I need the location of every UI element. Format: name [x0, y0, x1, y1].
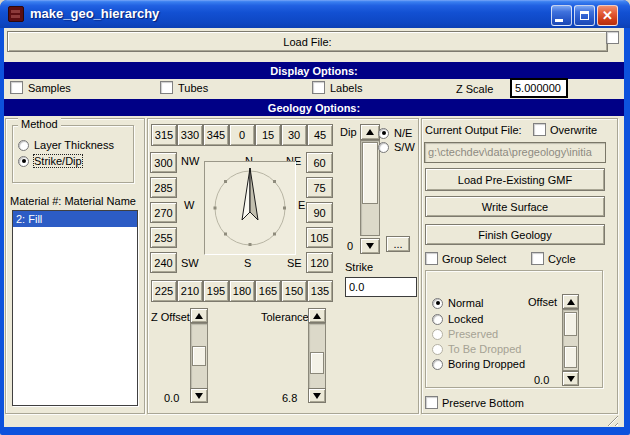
display-options-header: Display Options: — [4, 62, 624, 79]
radio-dot — [18, 140, 29, 151]
tolerance-slider-thumb[interactable] — [310, 352, 324, 374]
offset-up-button[interactable] — [562, 294, 579, 309]
strike-input[interactable] — [345, 277, 417, 297]
load-file-button[interactable]: Load File: — [7, 31, 608, 52]
tolerance-label: Tolerance — [261, 311, 309, 323]
azimuth-button-right-2[interactable]: 75 — [306, 177, 333, 198]
azimuth-button-right-4[interactable]: 105 — [306, 227, 333, 248]
write-surface-button[interactable]: Write Surface — [425, 196, 605, 217]
title-bar[interactable]: make_geo_hierarchy ✕ — [0, 0, 630, 28]
up-arrow-icon — [195, 313, 203, 319]
dip-more-button[interactable]: ... — [386, 236, 410, 252]
mode-preserved-radio: Preserved — [432, 328, 498, 340]
azimuth-button-top-3[interactable]: 345 — [203, 124, 229, 146]
azimuth-button-left-4[interactable]: 255 — [150, 227, 177, 248]
dip-slider-thumb[interactable] — [362, 142, 378, 204]
method-group-title: Method — [18, 118, 61, 130]
azimuth-button-left-1[interactable]: 300 — [150, 152, 177, 173]
dip-down-button[interactable] — [360, 238, 380, 254]
azimuth-button-left-5[interactable]: 240 — [150, 252, 177, 273]
dip-direction-ne-radio[interactable]: N/E — [378, 127, 412, 139]
output-path-field[interactable]: g:\ctechdev\data\pregeology\initia — [424, 142, 606, 163]
samples-checkbox[interactable] — [10, 81, 23, 94]
z-scale-label: Z Scale — [456, 83, 493, 95]
resize-grip[interactable] — [605, 414, 618, 426]
corner-checkbox[interactable] — [606, 31, 619, 44]
tolerance-value: 6.8 — [282, 392, 297, 404]
tolerance-up-button[interactable] — [308, 308, 326, 323]
minimize-icon — [555, 19, 563, 22]
maximize-button[interactable] — [574, 5, 595, 26]
azimuth-button-bottom-5[interactable]: 165 — [255, 280, 281, 302]
azimuth-button-top-7[interactable]: 45 — [307, 124, 333, 146]
azimuth-button-bottom-1[interactable]: 225 — [151, 280, 177, 302]
dip-up-button[interactable] — [360, 124, 380, 140]
offset-slider-thumb-lower[interactable] — [564, 346, 577, 368]
preserve-bottom-checkbox[interactable] — [425, 396, 438, 409]
compass-label-sw: SW — [181, 257, 199, 269]
mode-boring-dropped-radio[interactable]: Boring Dropped — [432, 358, 525, 370]
z-offset-slider-thumb[interactable] — [192, 346, 206, 366]
offset-slider-track[interactable] — [562, 309, 579, 371]
tolerance-down-button[interactable] — [308, 388, 326, 403]
finish-geology-button[interactable]: Finish Geology — [425, 224, 605, 245]
azimuth-button-top-2[interactable]: 330 — [177, 124, 203, 146]
offset-slider-thumb[interactable] — [564, 312, 577, 336]
z-offset-up-button[interactable] — [190, 308, 208, 323]
material-listbox[interactable]: 2: Fill — [12, 210, 138, 406]
radio-dot — [18, 156, 29, 167]
dip-ne-label: N/E — [394, 127, 412, 139]
z-offset-slider-track[interactable] — [190, 323, 208, 389]
azimuth-button-top-6[interactable]: 30 — [281, 124, 307, 146]
down-arrow-icon — [567, 376, 575, 382]
azimuth-button-bottom-3[interactable]: 195 — [203, 280, 229, 302]
overwrite-checkbox[interactable] — [533, 123, 546, 136]
mode-to-be-dropped-label: To Be Dropped — [448, 343, 521, 355]
dip-slider-track[interactable] — [360, 140, 380, 236]
strike-dip-radio[interactable]: Strike/Dip — [18, 155, 82, 167]
down-arrow-icon — [313, 393, 321, 399]
mode-locked-label: Locked — [448, 313, 483, 325]
compass-label-se: SE — [287, 257, 302, 269]
azimuth-button-left-3[interactable]: 270 — [150, 202, 177, 223]
mode-normal-radio[interactable]: Normal — [432, 297, 483, 309]
azimuth-button-right-5[interactable]: 120 — [306, 252, 333, 273]
azimuth-button-bottom-7[interactable]: 135 — [307, 280, 333, 302]
material-list-item[interactable]: 2: Fill — [13, 211, 137, 227]
dip-direction-sw-radio[interactable]: S/W — [378, 141, 415, 153]
azimuth-button-bottom-4[interactable]: 180 — [229, 280, 255, 302]
z-offset-down-button[interactable] — [190, 388, 208, 403]
azimuth-button-right-1[interactable]: 60 — [306, 152, 333, 173]
layer-thickness-label: Layer Thickness — [34, 139, 114, 151]
labels-checkbox[interactable] — [312, 81, 325, 94]
azimuth-button-left-2[interactable]: 285 — [150, 177, 177, 198]
azimuth-button-right-3[interactable]: 90 — [306, 202, 333, 223]
mode-boring-dropped-label: Boring Dropped — [448, 358, 525, 370]
material-list-header: Material #: Material Name — [10, 195, 136, 207]
z-offset-value: 0.0 — [164, 392, 179, 404]
tubes-checkbox[interactable] — [160, 81, 173, 94]
azimuth-button-bottom-2[interactable]: 210 — [177, 280, 203, 302]
azimuth-button-top-5[interactable]: 15 — [255, 124, 281, 146]
group-select-checkbox[interactable] — [425, 252, 438, 265]
z-scale-input[interactable] — [510, 78, 568, 98]
azimuth-button-top-1[interactable]: 315 — [151, 124, 177, 146]
minimize-button[interactable] — [551, 5, 572, 26]
layer-thickness-radio[interactable]: Layer Thickness — [18, 139, 114, 151]
offset-down-button[interactable] — [562, 371, 579, 386]
close-button[interactable]: ✕ — [597, 5, 618, 26]
azimuth-button-bottom-6[interactable]: 150 — [281, 280, 307, 302]
cycle-checkbox[interactable] — [531, 252, 544, 265]
cycle-label: Cycle — [548, 253, 576, 265]
radio-dot — [432, 314, 443, 325]
samples-label: Samples — [28, 82, 71, 94]
mode-locked-radio[interactable]: Locked — [432, 313, 483, 325]
compass-dial[interactable] — [204, 161, 296, 255]
method-groupbox: Method — [12, 125, 134, 183]
tolerance-slider-track[interactable] — [308, 323, 326, 389]
z-offset-label: Z Offset — [151, 311, 190, 323]
dialog-body: Load File: Display Options: Samples Tube… — [4, 28, 624, 427]
close-icon: ✕ — [602, 9, 613, 22]
load-pre-existing-gmf-button[interactable]: Load Pre-Existing GMF — [425, 168, 605, 191]
azimuth-button-top-4[interactable]: 0 — [229, 124, 255, 146]
